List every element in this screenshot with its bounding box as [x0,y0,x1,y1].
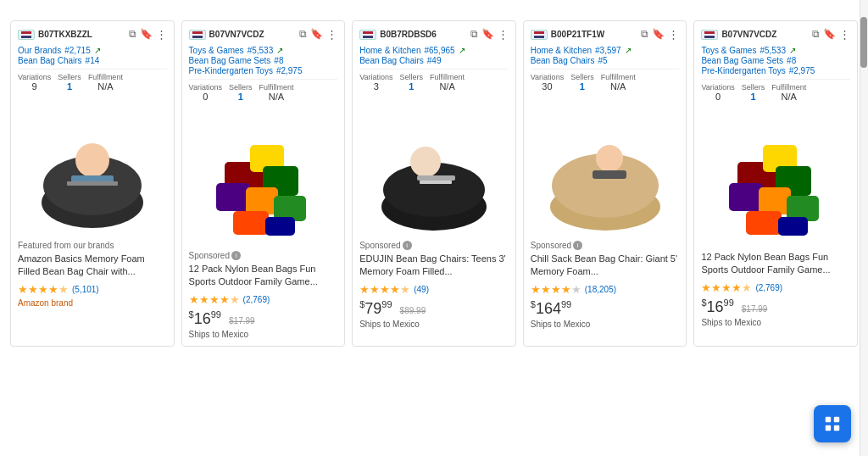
sellers-value: 1 [409,81,414,92]
category3-link[interactable]: Pre-Kindergarten Toys [189,66,273,75]
more-icon[interactable]: ⋮ [498,28,509,41]
info-icon[interactable]: i [573,241,582,250]
more-icon[interactable]: ⋮ [668,28,679,41]
trend-icon: ↗ [276,46,283,55]
product-title[interactable]: EDUJIN Bean Bag Chairs: Teens 3' Memory … [359,253,509,280]
product-image[interactable] [189,108,338,244]
variations-col: Variations 3 [359,73,392,92]
product-header: B0B7RDBSD6 ⧉ 🔖 ⋮ [359,28,509,41]
product-header: B07TKXBZZL ⧉ 🔖 ⋮ [18,28,167,41]
category1-link[interactable]: Home & Kitchen [531,46,592,55]
review-count[interactable]: (2,769) [755,283,782,292]
asin-text[interactable]: B07VN7VCDZ [209,30,264,39]
variations-col: Variations 30 [531,73,564,92]
variations-value: 30 [542,81,552,92]
svg-point-15 [410,147,441,177]
copy-icon[interactable]: ⧉ [299,28,307,41]
products-grid: B07TKXBZZL ⧉ 🔖 ⋮ Our Brands #2,715 ↗ Bea… [10,20,858,347]
category1-link[interactable]: Our Brands [18,46,61,55]
category1-link[interactable]: Toys & Games [701,46,756,55]
category1-row: Toys & Games #5,533 ↗ [701,46,850,55]
amazon-brand-label[interactable]: Amazon brand [18,298,167,308]
asin-badge [701,30,718,40]
category1-link[interactable]: Home & Kitchen [359,46,420,55]
copy-icon[interactable]: ⧉ [641,28,648,41]
bookmark-icon[interactable]: 🔖 [140,28,153,41]
bookmark-icon[interactable]: 🔖 [823,28,836,41]
category2-link[interactable]: Bean Bag Game Sets [189,56,271,65]
product-image[interactable] [701,108,850,244]
product-image[interactable] [531,98,680,234]
more-icon[interactable]: ⋮ [326,28,337,41]
review-count[interactable]: (18,205) [585,285,616,294]
sponsored-tag: Sponsored i [189,251,338,260]
product-title[interactable]: Amazon Basics Memory Foam Filled Bean Ba… [18,253,167,280]
star-rating: ★★★★★ [701,281,752,294]
more-icon[interactable]: ⋮ [839,28,850,41]
svg-rect-11 [233,211,269,235]
product-image[interactable] [359,98,509,234]
copy-icon[interactable]: ⧉ [812,28,820,41]
product-title[interactable]: 12 Pack Nylon Bean Bags Fun Sports Outdo… [701,251,850,278]
variations-label: Variations [701,83,734,92]
more-icon[interactable]: ⋮ [156,28,167,41]
asin-text[interactable]: B07VN7VCDZ [721,30,776,39]
category1-row: Our Brands #2,715 ↗ [18,46,167,55]
star-rating: ★★★★★ [359,283,410,296]
bookmark-icon[interactable]: 🔖 [481,28,494,41]
svg-rect-16 [417,175,455,181]
review-count[interactable]: (49) [414,285,429,294]
svg-rect-32 [826,425,831,431]
category1-link[interactable]: Toys & Games [189,46,244,55]
product-title[interactable]: Chill Sack Bean Bag Chair: Giant 5' Memo… [531,253,680,280]
category3-rank: #2,975 [276,66,303,75]
bookmark-icon[interactable]: 🔖 [310,28,323,41]
fulfillment-col: Fulfillment N/A [88,73,123,92]
bookmark-icon[interactable]: 🔖 [652,28,665,41]
copy-icon[interactable]: ⧉ [129,28,136,41]
category1-row: Home & Kitchen #3,597 ↗ [531,46,680,55]
category3-row: Pre-Kindergarten Toys #2,975 [701,66,850,75]
stars-row: ★★★★★ (2,769) [701,281,850,294]
price-main: $1699 [189,310,225,327]
category2-link[interactable]: Bean Bag Game Sets [701,56,783,65]
fulfillment-value: N/A [782,92,797,102]
product-header: B00P21TF1W ⧉ 🔖 ⋮ [531,28,680,41]
fab-button[interactable] [814,405,851,442]
header-icons: ⧉ 🔖 ⋮ [299,28,337,41]
category2-row: Bean Bag Chairs #49 [359,56,509,65]
product-title[interactable]: 12 Pack Nylon Bean Bags Fun Sports Outdo… [189,263,338,290]
category2-link[interactable]: Bean Bag Chairs [359,56,424,65]
price-row: $1699 $17.99 [701,298,850,316]
price-old: $89.99 [400,306,426,315]
asin-text[interactable]: B0B7RDBSD6 [380,30,437,39]
category2-rank: #8 [274,56,283,65]
category2-link[interactable]: Bean Bag Chairs [531,56,595,65]
sellers-label: Sellers [400,73,424,81]
category1-rank: #2,715 [64,46,91,55]
svg-rect-29 [778,217,808,236]
category3-link[interactable]: Pre-Kindergarten Toys [701,66,785,75]
sellers-label: Sellers [229,83,253,92]
sponsored-tag: Sponsored i [531,241,680,250]
review-count[interactable]: (5,101) [72,285,99,294]
product-image[interactable] [18,98,167,234]
info-icon[interactable]: i [231,251,241,260]
svg-rect-33 [834,425,839,431]
svg-rect-31 [834,417,839,422]
info-icon[interactable]: i [403,241,412,250]
flag-icon [534,31,544,38]
asin-text[interactable]: B00P21TF1W [551,30,604,39]
copy-icon[interactable]: ⧉ [470,28,478,41]
category2-link[interactable]: Bean Bag Chairs [18,56,82,65]
variations-label: Variations [189,83,222,92]
review-count[interactable]: (2,769) [243,295,270,304]
product-card: B07TKXBZZL ⧉ 🔖 ⋮ Our Brands #2,715 ↗ Bea… [10,20,175,347]
scrollbar[interactable] [860,0,868,456]
price-main: $7999 [359,300,396,317]
price-row: $1699 $17.99 [189,309,338,328]
category2-rank: #49 [427,56,442,65]
asin-text[interactable]: B07TKXBZZL [38,30,92,39]
fulfillment-value: N/A [269,92,284,102]
featured-tag: Featured from our brands [18,241,167,250]
